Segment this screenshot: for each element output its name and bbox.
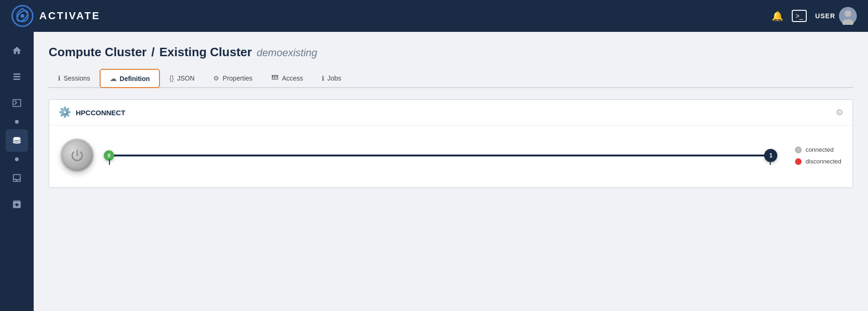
legend: connected disconnected <box>795 146 841 165</box>
app-name: ACTIVATE <box>39 10 101 22</box>
slider-thumb-right[interactable]: 1 <box>764 149 777 162</box>
tab-jobs-label: Jobs <box>327 74 341 82</box>
tab-json-label: JSON <box>177 74 195 82</box>
tab-jobs[interactable]: ℹ Jobs <box>312 69 351 88</box>
disconnected-dot <box>795 158 802 165</box>
user-menu[interactable]: USER <box>815 7 857 25</box>
database-icon <box>12 135 22 146</box>
tick-left <box>109 159 110 165</box>
sidebar-item-inbox[interactable] <box>6 167 28 189</box>
top-navigation: ACTIVATE 🔔 >_ USER <box>0 0 868 32</box>
sidebar-dot-2 <box>15 157 19 161</box>
sidebar-item-terminal[interactable] <box>6 92 28 114</box>
power-icon <box>70 148 85 163</box>
sidebar-item-home[interactable] <box>6 39 28 62</box>
layers-icon <box>12 72 22 82</box>
tab-properties[interactable]: ⚙ Properties <box>204 69 262 88</box>
sidebar-item-layers[interactable] <box>6 66 28 88</box>
slider-area: 0 1 <box>109 147 771 164</box>
terminal-icon <box>12 98 22 108</box>
hpcconnect-panel: ⚙️ HPCCONNECT ⚙ 0 <box>49 99 853 188</box>
legend-connected: connected <box>795 146 841 153</box>
page-title: Compute Cluster / Existing Cluster demoe… <box>49 45 853 59</box>
page-title-sub: demoexisting <box>257 47 318 59</box>
tick-right <box>770 159 771 165</box>
main-content: Compute Cluster / Existing Cluster demoe… <box>34 32 868 311</box>
gear-icon-properties: ⚙ <box>213 74 219 82</box>
cloud-icon-definition: ☁ <box>110 75 116 82</box>
logo: ACTIVATE <box>11 5 101 27</box>
logo-icon <box>11 5 34 27</box>
braces-icon-json: {} <box>169 74 174 82</box>
breadcrumb-part1: Compute Cluster <box>49 45 146 59</box>
tab-bar: ℹ Sessions ☁ Definition {} JSON ⚙ Proper… <box>49 69 853 88</box>
panel-header: ⚙️ HPCCONNECT ⚙ <box>49 100 853 126</box>
breadcrumb-part2: Existing Cluster <box>159 45 252 59</box>
avatar <box>839 7 857 25</box>
archive-icon <box>12 199 22 209</box>
access-icon <box>271 74 279 81</box>
network-icon-access <box>271 74 279 82</box>
tab-properties-label: Properties <box>223 74 253 82</box>
main-layout: Compute Cluster / Existing Cluster demoe… <box>0 32 868 311</box>
user-label: USER <box>815 12 835 20</box>
breadcrumb-separator: / <box>151 45 154 59</box>
terminal-icon[interactable]: >_ <box>792 10 807 22</box>
sidebar-item-database[interactable] <box>6 129 28 152</box>
panel-title: ⚙️ HPCCONNECT <box>58 106 125 118</box>
svg-rect-7 <box>14 76 21 77</box>
topnav-right: 🔔 >_ USER <box>772 7 857 25</box>
svg-rect-6 <box>14 74 21 75</box>
info-icon-sessions: ℹ <box>58 74 60 82</box>
connected-dot <box>795 147 802 153</box>
slider-left-value: 0 <box>108 153 110 158</box>
info-icon-jobs: ℹ <box>322 74 324 82</box>
tab-access-label: Access <box>282 74 303 82</box>
tab-sessions-label: Sessions <box>64 74 90 82</box>
svg-point-2 <box>21 14 24 18</box>
panel-settings-icon[interactable]: ⚙ <box>836 107 843 118</box>
gear-spin-icon: ⚙️ <box>58 106 71 118</box>
sidebar-dot-1 <box>15 120 19 124</box>
svg-rect-8 <box>14 79 21 80</box>
slider-track[interactable]: 0 1 <box>109 155 771 156</box>
tab-json[interactable]: {} JSON <box>160 69 204 88</box>
power-button[interactable] <box>60 139 94 172</box>
tab-definition-label: Definition <box>120 75 150 82</box>
tab-access[interactable]: Access <box>262 69 312 88</box>
bell-icon[interactable]: 🔔 <box>772 10 783 22</box>
avatar-icon <box>839 7 857 25</box>
svg-point-4 <box>845 10 851 17</box>
tab-sessions[interactable]: ℹ Sessions <box>49 69 100 88</box>
slider-right-value: 1 <box>769 152 773 159</box>
connected-label: connected <box>805 146 833 153</box>
tab-definition[interactable]: ☁ Definition <box>100 69 160 88</box>
legend-disconnected: disconnected <box>795 158 841 165</box>
home-icon <box>12 45 22 56</box>
disconnected-label: disconnected <box>805 158 841 165</box>
inbox-icon <box>12 173 22 183</box>
panel-title-text: HPCCONNECT <box>76 109 125 117</box>
sidebar <box>0 32 34 311</box>
panel-body: 0 1 connected <box>49 126 853 187</box>
sidebar-item-archive[interactable] <box>6 193 28 215</box>
